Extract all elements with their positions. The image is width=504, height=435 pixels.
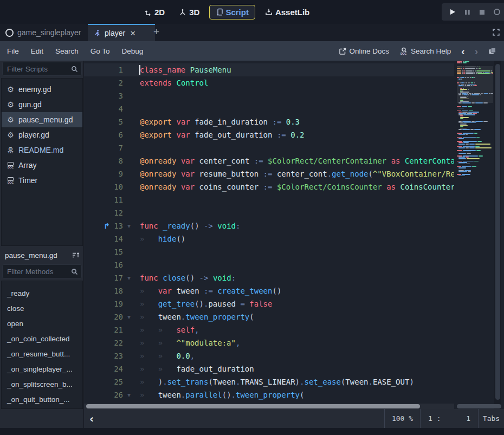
token: tween (158, 391, 181, 399)
token (176, 170, 180, 178)
menu-search[interactable]: Search (49, 47, 85, 55)
history-back-button[interactable]: ‹ (458, 46, 467, 56)
method-list-item[interactable]: close (2, 301, 82, 316)
minimap-row (474, 73, 475, 74)
minimap[interactable] (457, 61, 493, 409)
online-docs-label: Online Docs (350, 47, 390, 55)
vertical-scrollbar[interactable] (494, 61, 501, 409)
token: () (190, 222, 199, 230)
token: () (272, 287, 281, 295)
token: tween_property (185, 313, 249, 321)
menu-edit[interactable]: Edit (25, 47, 49, 55)
code-area[interactable]: 1class_name PauseMenu2extends Control345… (84, 61, 454, 409)
method-list-item[interactable]: open (2, 316, 82, 331)
minimap-row (463, 68, 464, 69)
close-tab-icon[interactable]: × (130, 29, 135, 38)
fold-arrow-icon[interactable]: ▾ (127, 219, 131, 232)
online-docs-button[interactable]: Online Docs (336, 47, 393, 55)
minimap-row (462, 129, 470, 130)
token: var (181, 183, 195, 191)
token: Control (176, 79, 208, 87)
token: func (140, 222, 158, 230)
code-line: 17▾func close() -> void: (84, 271, 454, 284)
script-mode-button[interactable]: Script (209, 5, 255, 20)
tab-indent-marker: » (140, 388, 158, 401)
minimap-row (474, 161, 479, 162)
minimap-scrollbar-segment[interactable] (457, 404, 501, 408)
script-list-item[interactable]: ⚙TXTREADME.md (2, 142, 82, 158)
menu-go-to[interactable]: Go To (85, 47, 116, 55)
filter-scripts-input[interactable] (3, 65, 71, 73)
panel-layout-icon[interactable] (488, 47, 496, 55)
minimap-row (458, 134, 465, 135)
minimap-row (458, 113, 466, 114)
minimap-row (462, 94, 463, 95)
filter-methods-input[interactable] (3, 268, 71, 276)
method-list-item[interactable]: _on_quit_button_... (2, 392, 82, 407)
token (158, 274, 163, 282)
movie-mode-button[interactable] (493, 8, 501, 16)
minimap-row (463, 142, 469, 143)
minimap-row (466, 157, 469, 158)
add-script-button[interactable]: + (153, 26, 159, 38)
token: CoinsCounter (400, 183, 454, 191)
fold-arrow-icon[interactable]: ▾ (127, 271, 131, 284)
2d-mode-button[interactable]: 2D (140, 5, 169, 20)
token: ) (295, 378, 300, 386)
tab-game-singleplayer[interactable]: game_singleplayer (0, 24, 99, 41)
minimap-row (466, 144, 469, 145)
cursor-position[interactable]: 1 : 1 (420, 409, 478, 428)
search-help-button[interactable]: DOC Search Help (397, 47, 454, 55)
minimap-row (475, 121, 483, 122)
minimap-row (462, 102, 471, 103)
script-list-item[interactable]: DOCTimer (2, 173, 82, 188)
minimap-row (458, 158, 466, 159)
fold-arrow-icon[interactable]: ▾ (127, 310, 131, 323)
minimap-row (462, 174, 470, 175)
script-list-item[interactable]: DOCArray (2, 158, 82, 173)
history-forward-button[interactable]: › (472, 46, 481, 56)
script-list-item[interactable]: ⚙player.gd (2, 127, 82, 142)
expand-panel-icon[interactable] (492, 28, 500, 36)
vertical-scrollbar-thumb[interactable] (495, 64, 500, 400)
horizontal-scrollbar-thumb[interactable] (86, 404, 420, 408)
collapse-sidebar-button[interactable]: ‹ (84, 413, 94, 425)
minimap-row (457, 155, 462, 157)
play-button[interactable] (449, 8, 456, 16)
assetlib-mode-button[interactable]: AssetLib (261, 5, 314, 20)
token: fade_out_duration (190, 131, 277, 139)
method-list-item[interactable]: _ready (2, 285, 82, 301)
3d-mode-button[interactable]: 3D (175, 5, 204, 20)
method-list-item[interactable]: _on_singleplayer_... (2, 361, 82, 376)
code-text: »get_tree().paused = false (140, 297, 272, 310)
fold-arrow-icon[interactable]: ▾ (127, 388, 131, 401)
token: @export (140, 118, 172, 126)
pause-button[interactable] (464, 9, 471, 16)
menu-debug[interactable]: Debug (116, 47, 150, 55)
token: void (213, 274, 231, 282)
indent-mode-button[interactable]: Tabs (478, 409, 504, 428)
stop-button[interactable] (479, 9, 486, 16)
minimap-row (457, 62, 461, 63)
token: ^"VBoxContainer/ResumeButton" (373, 170, 454, 178)
code-text: »»self, (140, 323, 199, 336)
zoom-level[interactable]: 100 % (384, 409, 420, 428)
script-list-item[interactable]: ⚙enemy.gd (2, 82, 82, 97)
menu-file[interactable]: File (0, 47, 25, 55)
line-number: 8 (84, 154, 123, 167)
tab-player[interactable]: player × (88, 24, 155, 41)
script-list-item[interactable]: ⚙pause_menu.gd (2, 112, 82, 127)
sort-methods-icon[interactable] (72, 251, 80, 259)
minimap-row (458, 153, 466, 154)
token: tween (172, 287, 204, 295)
token: hide (158, 235, 177, 243)
minimap-row (458, 94, 461, 95)
method-list-item[interactable]: _on_splitscreen_b... (2, 376, 82, 392)
doc-class-icon: DOC (6, 177, 15, 184)
line-number: 7 (84, 141, 123, 154)
tab-label: player (105, 29, 125, 37)
2d-icon (144, 8, 152, 16)
method-list-item[interactable]: _on_coin_collected (2, 331, 82, 346)
script-list-item[interactable]: ⚙gun.gd (2, 97, 82, 112)
method-list-item[interactable]: _on_resume_butt... (2, 346, 82, 361)
